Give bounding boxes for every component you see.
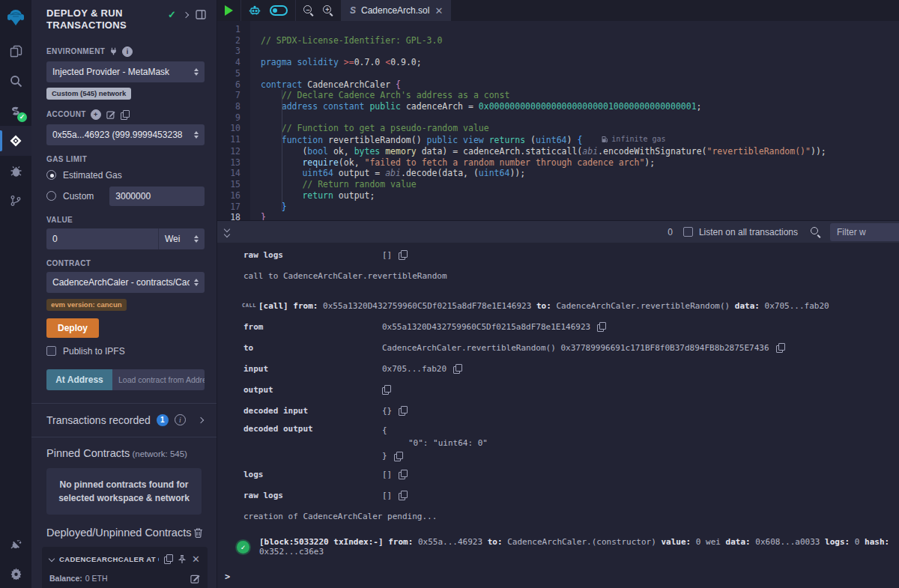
- value-input[interactable]: 0: [46, 228, 158, 249]
- code-line: 4pragma solidity >=0.7.0 <0.9.0;: [217, 57, 899, 68]
- clear-deployed-trash-icon[interactable]: [193, 527, 203, 538]
- file-explorer-icon[interactable]: [0, 36, 31, 66]
- copy-value-icon[interactable]: [399, 470, 407, 479]
- solidity-file-icon: S: [350, 5, 356, 16]
- line-number: 14: [217, 168, 250, 179]
- add-account-icon[interactable]: +: [91, 109, 101, 120]
- environment-info-icon[interactable]: i: [122, 46, 133, 57]
- code-line: 14 uint64 output = abi.decode(data, (uin…: [217, 168, 899, 179]
- terminal-output[interactable]: raw logs[]call to CadenceArchCaler.rever…: [217, 243, 899, 588]
- transactions-recorded-row: Transactions recorded 1 i: [31, 404, 217, 437]
- copy-value-icon[interactable]: [382, 385, 390, 394]
- pin-panel-icon[interactable]: [196, 10, 206, 19]
- copilot-toggle[interactable]: [270, 5, 288, 16]
- edit-balance-icon[interactable]: [190, 574, 200, 584]
- remove-contract-icon[interactable]: ✕: [192, 554, 200, 564]
- line-number: 12: [217, 146, 250, 157]
- copy-value-icon[interactable]: [597, 322, 605, 331]
- line-number: 10: [217, 123, 250, 134]
- deployed-contracts-header: Deployed/Unpinned Contracts: [46, 527, 193, 539]
- contract-label: CONTRACT: [46, 259, 205, 267]
- zoom-out-icon[interactable]: –: [303, 5, 314, 16]
- at-address-input[interactable]: Load contract from Addres: [112, 369, 205, 390]
- environment-select[interactable]: Injected Provider - MetaMask: [46, 61, 205, 82]
- code-editor[interactable]: 12// SPDX-License-Identifier: GPL-3.034p…: [217, 21, 899, 220]
- copy-value-icon[interactable]: [399, 250, 407, 259]
- editor-toolbar: – + S CadenceArch.sol ✕: [217, 0, 899, 21]
- chevron-right-icon[interactable]: [183, 11, 189, 17]
- close-tab-icon[interactable]: ✕: [435, 5, 443, 16]
- remix-ide-window: ✓: [0, 0, 899, 588]
- collapse-contract-icon[interactable]: [49, 556, 55, 562]
- zoom-in-icon[interactable]: +: [323, 5, 333, 16]
- debugger-icon[interactable]: [0, 156, 31, 186]
- terminal-filter-input[interactable]: Filter w: [830, 223, 899, 241]
- line-number: 1: [217, 24, 250, 35]
- ai-assistant-robot-icon[interactable]: [249, 4, 261, 16]
- transactions-count-badge: 1: [157, 414, 169, 426]
- terminal-kv-row: from0x55a1320D432759960C5Df0215a8dF78e1E…: [217, 316, 899, 337]
- expand-transactions-icon[interactable]: [198, 416, 204, 422]
- listen-transactions-checkbox[interactable]: [683, 227, 693, 237]
- deploy-run-icon[interactable]: [0, 126, 31, 156]
- value-unit-select[interactable]: Wei: [158, 228, 205, 249]
- transactions-recorded-label: Transactions recorded: [46, 414, 151, 426]
- run-script-icon[interactable]: [225, 5, 233, 16]
- terminal-kv-multiline-row: decoded output{"0": "uint64: 0"}: [217, 424, 899, 462]
- custom-gas-input[interactable]: 3000000: [109, 187, 205, 206]
- git-branch-icon[interactable]: [0, 186, 31, 216]
- terminal-kv-row: decoded input{}: [217, 400, 899, 421]
- publish-ipfs-option[interactable]: Publish to IPFS: [46, 346, 205, 357]
- panel-title: DEPLOY & RUN TRANSACTIONS: [46, 7, 168, 32]
- remix-logo-icon[interactable]: [0, 0, 31, 36]
- copy-value-icon[interactable]: [399, 406, 407, 415]
- plugin-manager-icon[interactable]: [0, 528, 31, 558]
- contract-select[interactable]: CadenceArchCaler - contracts/Cac: [46, 272, 205, 293]
- solidity-compiler-icon[interactable]: ✓: [0, 96, 31, 126]
- sign-message-icon[interactable]: [106, 110, 115, 119]
- transaction-success-icon: ✓: [237, 541, 249, 554]
- transactions-info-icon[interactable]: i: [175, 414, 186, 425]
- line-number: 4: [217, 57, 250, 68]
- line-number: 8: [217, 101, 250, 112]
- environment-plug-icon[interactable]: [109, 47, 118, 55]
- listen-transactions-label: Listen on all transactions: [699, 227, 798, 237]
- tab-cadencearch-sol[interactable]: S CadenceArch.sol ✕: [342, 0, 451, 21]
- copy-value-icon[interactable]: [399, 491, 407, 500]
- estimated-gas-option[interactable]: Estimated Gas: [46, 170, 205, 181]
- at-address-button[interactable]: At Address: [46, 369, 112, 390]
- estimated-gas-radio[interactable]: [46, 170, 56, 180]
- custom-gas-radio[interactable]: [46, 191, 56, 201]
- account-select[interactable]: 0x55a...46923 (999.9999453238: [46, 124, 205, 145]
- copy-address-icon[interactable]: [164, 554, 172, 563]
- terminal-message: call to CadenceArchCaler.revertibleRando…: [217, 265, 899, 286]
- select-arrows-icon: [194, 131, 199, 139]
- estimated-gas-option-label: Estimated Gas: [63, 170, 122, 181]
- line-number: 13: [217, 157, 250, 169]
- code-line: 2// SPDX-License-Identifier: GPL-3.0: [217, 35, 899, 46]
- copy-account-icon[interactable]: [121, 110, 129, 119]
- terminal-prompt[interactable]: >: [217, 572, 899, 582]
- settings-gear-icon[interactable]: [0, 558, 31, 588]
- select-arrows-icon: [194, 235, 199, 243]
- copy-value-icon[interactable]: [776, 343, 784, 352]
- listen-count: 0: [668, 227, 673, 237]
- env-ok-check-icon: ✓: [168, 9, 176, 20]
- terminal-transaction-entry[interactable]: ✓[block:5033220 txIndex:-] from: 0x55a..…: [217, 537, 899, 557]
- terminal-search-icon[interactable]: [810, 226, 821, 237]
- tab-label: CadenceArch.sol: [361, 5, 429, 16]
- contract-instance-name: CADENCEARCHCALER AT 0X: [59, 555, 159, 563]
- copy-value-icon[interactable]: [394, 452, 402, 461]
- compile-success-badge: ✓: [17, 112, 27, 122]
- pin-contract-icon[interactable]: [178, 554, 187, 564]
- terminal-call-entry[interactable]: CALL[call] from: 0x55a1320D432759960C5Df…: [217, 295, 899, 316]
- line-number: 3: [217, 46, 250, 57]
- expand-terminal-icon[interactable]: [225, 227, 229, 237]
- search-icon[interactable]: [0, 66, 31, 96]
- copy-value-icon[interactable]: [453, 364, 461, 373]
- deploy-button[interactable]: Deploy: [46, 318, 99, 338]
- line-number: 9: [217, 112, 250, 124]
- publish-ipfs-checkbox[interactable]: [46, 346, 56, 356]
- deploy-run-panel: DEPLOY & RUN TRANSACTIONS ✓ ENVIRONMENT …: [31, 0, 217, 588]
- line-number: 16: [217, 190, 250, 201]
